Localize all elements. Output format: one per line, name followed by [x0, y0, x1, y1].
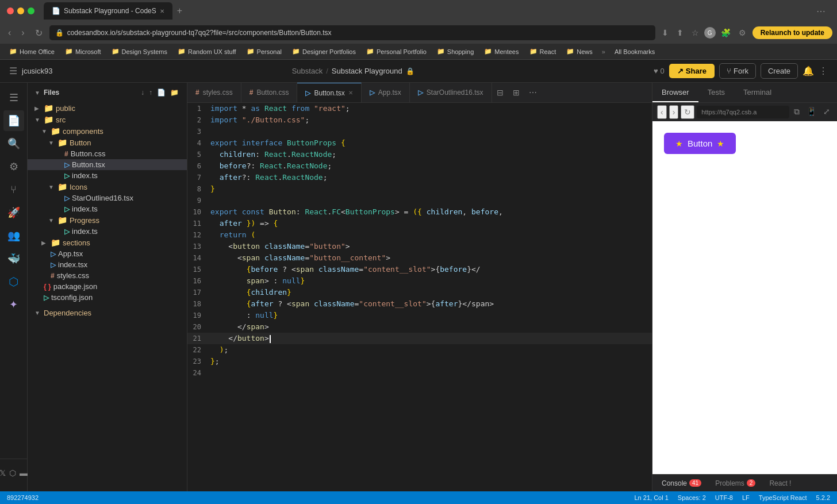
bookmark-news[interactable]: 📁 News [562, 47, 597, 56]
tabs-split-toggle[interactable]: ⊞ [508, 88, 524, 97]
bell-icon[interactable]: 🔔 [803, 66, 814, 76]
preview-new-window-icon[interactable]: ⧉ [792, 106, 802, 118]
status-eol[interactable]: LF [742, 494, 750, 501]
bookmark-react[interactable]: 📁 React [525, 47, 561, 56]
code-editor[interactable]: 1 import * as React from "react"; 2 impo… [187, 103, 652, 491]
tree-item-button-index[interactable]: ▶ ▷ index.ts [28, 170, 187, 181]
bookmark-personal-portfolio[interactable]: 📁 Personal Portfolio [362, 47, 431, 56]
sidebar-item-deploy[interactable]: 🚀 [3, 202, 24, 223]
sidebar-item-search[interactable]: 🔍 [3, 133, 24, 154]
tree-item-src[interactable]: ▼ 📁 src [28, 114, 187, 125]
tree-item-progress-folder[interactable]: ▼ 📁 Progress [28, 214, 187, 226]
browser-tab[interactable]: 📄 Substack Playground - CodeS ✕ [44, 2, 172, 20]
tree-item-button-tsx[interactable]: ▶ ▷ Button.tsx [28, 159, 187, 170]
preview-back-button[interactable]: ‹ [657, 105, 667, 119]
discord-icon[interactable]: ▬ [20, 468, 28, 478]
bookmark-all[interactable]: All Bookmarks [610, 47, 659, 56]
extensions-icon[interactable]: 🧩 [718, 26, 734, 39]
bookmark-icon[interactable]: ☆ [689, 26, 702, 39]
sidebar-item-settings[interactable]: ⚙ [3, 156, 24, 177]
problems-tab[interactable]: Problems 2 [711, 477, 760, 490]
tree-item-button-css[interactable]: ▶ # Button.css [28, 148, 187, 159]
bookmark-personal[interactable]: 📁 Personal [242, 47, 286, 56]
bookmark-design-systems[interactable]: 📁 Design Systems [107, 47, 172, 56]
more-options-icon[interactable]: ⋮ [819, 66, 828, 76]
github-icon[interactable]: ⬡ [9, 468, 16, 478]
tab-terminal[interactable]: Terminal [734, 83, 781, 102]
forward-button[interactable]: › [18, 25, 28, 40]
sidebar-item-menu[interactable]: ☰ [3, 87, 24, 108]
tab-browser[interactable]: Browser [652, 83, 698, 102]
tree-item-icons-folder[interactable]: ▼ 📁 Icons [28, 181, 187, 193]
bookmarks-more-button[interactable]: » [598, 47, 609, 56]
sidebar-item-docker[interactable]: 🐳 [3, 248, 24, 269]
status-spaces[interactable]: Spaces: 2 [678, 494, 706, 501]
tab-close-icon[interactable]: ✕ [160, 8, 164, 14]
preview-button-demo[interactable]: ★ Button ★ [664, 133, 736, 154]
bookmark-shopping[interactable]: 📁 Shopping [432, 47, 479, 56]
share-nav-icon[interactable]: ⬆ [674, 26, 686, 39]
new-tab-button[interactable]: + [172, 6, 187, 16]
tab-styles-css[interactable]: # styles.css [187, 83, 241, 102]
preview-forward-button[interactable]: › [669, 105, 679, 119]
address-bar[interactable]: 🔒 codesandbox.io/s/substack-playground-t… [49, 25, 655, 40]
profile-icon[interactable]: G [704, 27, 716, 39]
share-button[interactable]: ↗ Share [669, 64, 715, 78]
tree-item-dependencies[interactable]: ▼ Dependencies [28, 307, 187, 318]
sidebar-item-ai[interactable]: ✦ [3, 294, 24, 315]
fork-button[interactable]: ⑂ Fork [719, 63, 756, 79]
tab-close-icon[interactable]: ✕ [348, 90, 353, 96]
tree-item-progress-index[interactable]: ▶ ▷ index.ts [28, 226, 187, 237]
tree-item-index-tsx[interactable]: ▶ ▷ index.tsx [28, 259, 187, 270]
maximize-button[interactable] [28, 7, 34, 14]
status-encoding[interactable]: UTF-8 [715, 494, 733, 501]
tree-item-public[interactable]: ▶ 📁 public [28, 102, 187, 114]
settings-icon[interactable]: ⚙ [736, 26, 749, 39]
tabs-layout-toggle[interactable]: ⊟ [492, 88, 508, 97]
tree-item-sections-folder[interactable]: ▶ 📁 sections [28, 237, 187, 248]
tree-item-package-json[interactable]: ▶ { } package.json [28, 281, 187, 292]
hamburger-menu[interactable]: ☰ [9, 66, 17, 76]
sort-up-icon[interactable]: ↑ [148, 87, 153, 98]
new-file-icon[interactable]: 📄 [156, 87, 167, 98]
heart-button[interactable]: ♥ 0 [654, 67, 665, 75]
bookmark-random-ux[interactable]: 📁 Random UX stuff [173, 47, 241, 56]
preview-expand-icon[interactable]: ⤢ [821, 106, 832, 118]
tree-item-components[interactable]: ▼ 📁 components [28, 125, 187, 137]
tab-button-tsx[interactable]: ▷ Button.tsx ✕ [297, 83, 361, 102]
sidebar-item-files[interactable]: 📄 [3, 110, 24, 131]
sidebar-item-users[interactable]: 👥 [3, 225, 24, 246]
tab-button-css[interactable]: # Button.css [241, 83, 298, 102]
tab-tests[interactable]: Tests [698, 83, 734, 102]
new-folder-icon[interactable]: 📁 [169, 87, 180, 98]
sidebar-item-git[interactable]: ⑂ [3, 179, 24, 200]
status-lang[interactable]: TypeScript React [759, 494, 807, 501]
twitter-icon[interactable]: 𝕏 [0, 468, 6, 478]
console-tab[interactable]: Console 41 [657, 477, 706, 490]
tree-item-star-tsx[interactable]: ▶ ▷ StarOutlined16.tsx [28, 193, 187, 203]
sidebar-item-vscode[interactable]: ⬡ [3, 271, 24, 292]
react-tab[interactable]: React ! [765, 477, 796, 490]
status-version[interactable]: 5.2.2 [816, 494, 830, 501]
sort-down-icon[interactable]: ↓ [140, 87, 145, 98]
bookmark-designer-portfolios[interactable]: 📁 Designer Portfolios [287, 47, 360, 56]
preview-address[interactable]: https://tq7qq2.csb.a [697, 106, 789, 118]
preview-refresh-button[interactable]: ↻ [681, 105, 694, 119]
create-button[interactable]: Create [761, 63, 798, 79]
tree-item-styles-css[interactable]: ▶ # styles.css [28, 270, 187, 281]
tab-star-tsx[interactable]: ▷ StarOutlined16.tsx [410, 83, 492, 102]
status-id[interactable]: 892274932 [7, 494, 39, 501]
tree-item-app-tsx[interactable]: ▶ ▷ App.tsx [28, 248, 187, 259]
tab-app-tsx[interactable]: ▷ App.tsx [362, 83, 410, 102]
preview-device-icon[interactable]: 📱 [804, 106, 819, 118]
bookmark-home-office[interactable]: 📁 Home Office [5, 47, 59, 56]
relaunch-button[interactable]: Relaunch to update [752, 26, 832, 39]
tree-item-tsconfig-json[interactable]: ▶ ▷ tsconfig.json [28, 292, 187, 303]
back-button[interactable]: ‹ [5, 25, 14, 40]
collapse-icon[interactable]: ▼ [34, 90, 40, 96]
tabs-more-icon[interactable]: ⋯ [524, 88, 542, 97]
status-ln-col[interactable]: Ln 21, Col 1 [635, 494, 669, 501]
bookmark-microsoft[interactable]: 📁 Microsoft [60, 47, 106, 56]
download-icon[interactable]: ⬇ [659, 26, 671, 39]
refresh-button[interactable]: ↻ [32, 25, 46, 41]
